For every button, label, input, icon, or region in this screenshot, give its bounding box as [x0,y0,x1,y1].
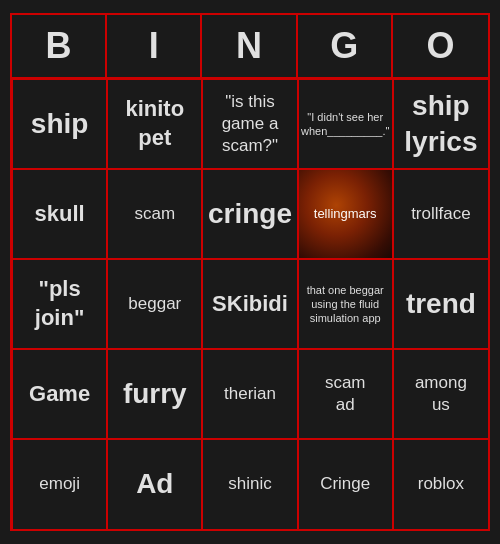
cell-r3c1: furry [107,349,202,439]
cell-r2c3: that one beggar using the fluid simulati… [298,259,393,349]
cell-r0c0: ship [12,79,107,169]
cell-r4c0: emoji [12,439,107,529]
cell-r0c4: ship lyrics [393,79,488,169]
header-o: O [393,15,488,77]
cell-r0c2: "is this game a scam?" [202,79,297,169]
header-n: N [202,15,297,77]
cell-r0c3: "I didn't see her when_________." [298,79,393,169]
cell-r4c1: Ad [107,439,202,529]
bingo-header: B I N G O [12,15,488,79]
cell-r3c2: therian [202,349,297,439]
header-b: B [12,15,107,77]
cell-r2c0: "pls join" [12,259,107,349]
bingo-card: B I N G O shipkinito pet"is this game a … [10,13,490,531]
cell-r1c0: skull [12,169,107,259]
cell-r1c4: trollface [393,169,488,259]
cell-r1c2: cringe [202,169,297,259]
cell-r4c3: Cringe [298,439,393,529]
cell-r1c3: tellingmars [298,169,393,259]
cell-r3c0: Game [12,349,107,439]
bingo-grid: shipkinito pet"is this game a scam?""I d… [12,79,488,529]
cell-r0c1: kinito pet [107,79,202,169]
header-g: G [298,15,393,77]
cell-r2c4: trend [393,259,488,349]
cell-r3c3: scam ad [298,349,393,439]
cell-r4c2: shinic [202,439,297,529]
cell-r2c2: SKibidi [202,259,297,349]
header-i: I [107,15,202,77]
cell-r1c1: scam [107,169,202,259]
cell-r2c1: beggar [107,259,202,349]
cell-r4c4: roblox [393,439,488,529]
cell-r3c4: among us [393,349,488,439]
